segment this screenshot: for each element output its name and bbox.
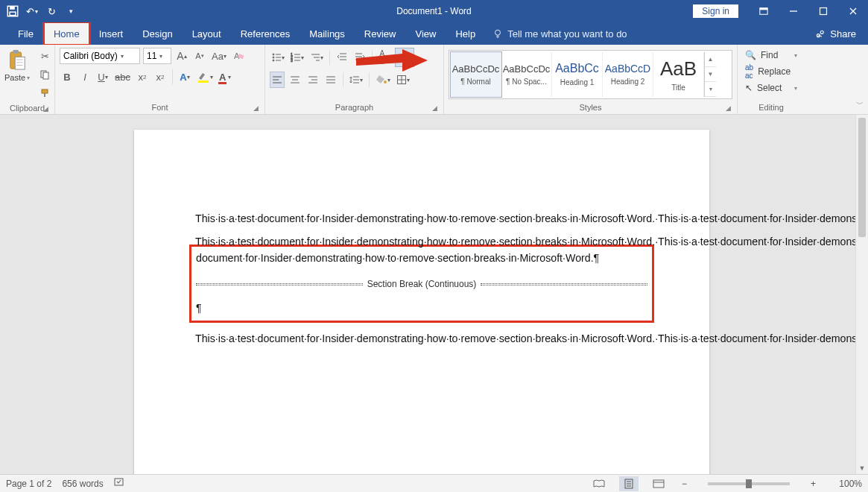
spellcheck-icon[interactable] xyxy=(114,477,126,490)
cut-icon[interactable]: ✂ xyxy=(37,48,52,64)
multilevel-list-icon[interactable]: ▾ xyxy=(308,49,325,66)
tab-home[interactable]: Home xyxy=(44,22,89,45)
strikethrough-button[interactable]: abc xyxy=(113,69,132,85)
numbering-icon[interactable]: 123▾ xyxy=(289,49,305,66)
svg-rect-21 xyxy=(43,72,48,79)
print-layout-icon[interactable] xyxy=(619,476,639,491)
styles-dialog-launcher[interactable]: ◢ xyxy=(726,104,731,112)
scroll-down-icon[interactable]: ▼ xyxy=(856,462,868,474)
document-page[interactable]: This·is·a·test·document·for·Insider·demo… xyxy=(134,130,709,474)
font-family-combo[interactable]: Calibri (Body)▾ xyxy=(60,48,140,64)
paragraph-3[interactable]: This·is·a·test·document·for·Insider·demo… xyxy=(195,332,648,346)
shrink-font-icon[interactable]: A▾ xyxy=(192,48,207,64)
bold-button[interactable]: B xyxy=(60,69,75,85)
status-word-count[interactable]: 656 words xyxy=(62,479,103,489)
paste-button[interactable]: Paste▾ xyxy=(4,48,33,82)
zoom-slider[interactable] xyxy=(708,482,790,485)
style-heading-2[interactable]: AaBbCcD Heading 2 xyxy=(603,52,653,97)
copy-icon[interactable] xyxy=(37,66,52,83)
document-workspace[interactable]: This·is·a·test·document·for·Insider·demo… xyxy=(0,115,855,474)
style-title[interactable]: AaB Title xyxy=(653,52,704,97)
paragraph-1[interactable]: This·is·a·test·document·for·Insider·demo… xyxy=(195,212,648,226)
tab-file[interactable]: File xyxy=(7,22,44,45)
svg-rect-2 xyxy=(10,12,16,16)
group-clipboard: Paste▾ ✂ Clipboard◢ xyxy=(0,45,55,114)
sort-icon[interactable]: AZ↓ xyxy=(377,49,392,66)
style-normal[interactable]: AaBbCcDc ¶ Normal xyxy=(451,52,501,97)
change-case-icon[interactable]: Aa▾ xyxy=(210,48,228,64)
paragraph-2[interactable]: This·is·a·test·document·for·Insider·demo… xyxy=(195,235,648,323)
minimize-button[interactable] xyxy=(779,0,808,22)
collapse-ribbon-icon[interactable]: ﹀ xyxy=(856,99,864,110)
status-page[interactable]: Page 1 of 2 xyxy=(6,479,51,489)
align-center-icon[interactable] xyxy=(288,72,302,88)
maximize-button[interactable] xyxy=(808,0,838,22)
zoom-percent[interactable]: 100% xyxy=(829,479,862,489)
zoom-out-button[interactable]: − xyxy=(679,479,690,489)
vertical-scrollbar[interactable]: ▲ ▼ xyxy=(855,115,868,474)
select-button[interactable]: ↖Select▾ xyxy=(742,82,800,94)
style-heading-1[interactable]: AaBbCc Heading 1 xyxy=(552,52,603,97)
font-size-combo[interactable]: 11▾ xyxy=(143,48,171,64)
highlight-color-icon[interactable]: ▾ xyxy=(195,69,215,85)
grow-font-icon[interactable]: A▴ xyxy=(174,48,189,64)
font-dialog-launcher[interactable]: ◢ xyxy=(253,104,259,112)
tab-layout[interactable]: Layout xyxy=(183,22,231,45)
svg-point-29 xyxy=(273,57,274,58)
quick-access-toolbar: ↶▾ ↻ ▾ xyxy=(0,4,77,18)
undo-icon[interactable]: ↶▾ xyxy=(25,4,39,18)
paragraph-mark[interactable]: ¶ xyxy=(196,301,647,315)
group-label-clipboard: Clipboard xyxy=(10,104,45,113)
line-spacing-icon[interactable]: ▾ xyxy=(348,72,364,88)
zoom-in-button[interactable]: + xyxy=(808,479,819,489)
read-mode-icon[interactable] xyxy=(589,476,609,491)
tab-design[interactable]: Design xyxy=(133,22,182,45)
show-hide-pilcrow-button[interactable]: ¶ xyxy=(395,48,414,67)
decrease-indent-icon[interactable] xyxy=(335,49,349,66)
tell-me-search[interactable]: Tell me what you want to do xyxy=(492,22,627,45)
section-break-marker[interactable]: Section Break (Continuous) xyxy=(196,279,647,291)
ribbon-display-options-icon[interactable] xyxy=(749,0,779,22)
title-bar: ↶▾ ↻ ▾ Document1 - Word Sign in xyxy=(0,0,868,22)
paragraph-dialog-launcher[interactable]: ◢ xyxy=(432,104,437,112)
svg-rect-23 xyxy=(44,93,45,97)
superscript-button[interactable]: x2 xyxy=(153,69,168,85)
shading-icon[interactable]: ▾ xyxy=(374,72,392,88)
align-right-icon[interactable] xyxy=(305,72,320,88)
tab-insert[interactable]: Insert xyxy=(89,22,133,45)
redo-icon[interactable]: ↻ xyxy=(45,4,58,18)
borders-icon[interactable]: ▾ xyxy=(395,72,411,88)
italic-button[interactable]: I xyxy=(77,69,92,85)
replace-button[interactable]: abacReplace xyxy=(742,63,800,81)
qat-customize-icon[interactable]: ▾ xyxy=(64,4,77,18)
tab-references[interactable]: References xyxy=(231,22,300,45)
tab-mailings[interactable]: Mailings xyxy=(300,22,355,45)
styles-expand[interactable]: ▾ xyxy=(705,82,716,97)
clipboard-dialog-launcher[interactable]: ◢ xyxy=(43,105,48,113)
zoom-slider-knob[interactable] xyxy=(746,479,752,488)
subscript-button[interactable]: x2 xyxy=(135,69,150,85)
scroll-thumb[interactable] xyxy=(858,118,866,237)
tab-help[interactable]: Help xyxy=(446,22,485,45)
underline-button[interactable]: U▾ xyxy=(95,69,110,85)
save-icon[interactable] xyxy=(6,4,19,18)
styles-scroll-down[interactable]: ▼ xyxy=(705,67,716,82)
tab-view[interactable]: View xyxy=(405,22,446,45)
format-painter-icon[interactable] xyxy=(37,85,52,101)
find-button[interactable]: 🔍Find▾ xyxy=(742,49,800,61)
sign-in-button[interactable]: Sign in xyxy=(693,4,738,18)
clear-formatting-icon[interactable]: A xyxy=(231,48,246,64)
style-no-spacing[interactable]: AaBbCcDc ¶ No Spac... xyxy=(501,52,552,97)
styles-scroll-up[interactable]: ▲ xyxy=(705,52,716,67)
web-layout-icon[interactable] xyxy=(649,476,668,491)
tab-review[interactable]: Review xyxy=(355,22,406,45)
share-button[interactable]: Share xyxy=(803,22,868,45)
font-color-icon[interactable]: A▾ xyxy=(218,69,232,85)
justify-icon[interactable] xyxy=(323,72,338,88)
close-button[interactable] xyxy=(838,0,868,22)
bullets-icon[interactable]: ▾ xyxy=(270,49,286,66)
text-effects-icon[interactable]: A▾ xyxy=(177,69,192,85)
align-left-icon[interactable] xyxy=(270,72,285,88)
group-label-editing: Editing xyxy=(758,103,784,112)
increase-indent-icon[interactable] xyxy=(352,49,367,66)
